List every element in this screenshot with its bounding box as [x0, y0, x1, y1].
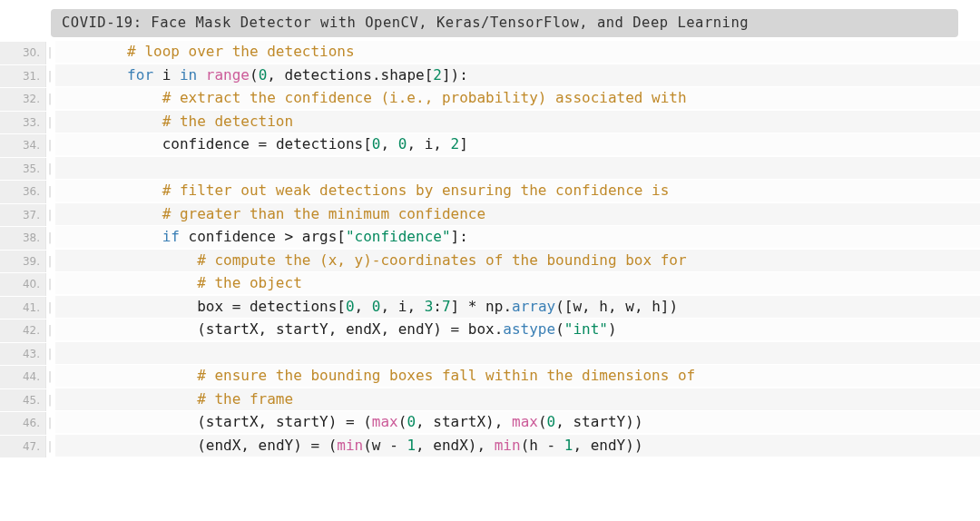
gutter-separator: |	[46, 42, 55, 64]
line-code[interactable]	[55, 157, 980, 179]
code-line[interactable]: 41.| box = detections[0, 0, i, 3:7] * np…	[0, 296, 980, 319]
code-token	[57, 66, 127, 84]
code-token: range	[206, 66, 250, 84]
code-token: ,	[380, 135, 397, 152]
line-number: 46.	[0, 412, 46, 435]
code-token: 0	[547, 413, 556, 430]
code-line[interactable]: 40.| # the object	[0, 272, 980, 296]
line-code[interactable]: confidence = detections[0, 0, i, 2]	[55, 133, 980, 155]
code-token: 0	[407, 413, 416, 430]
code-token: # the detection	[162, 113, 294, 130]
line-code[interactable]: # the frame	[55, 388, 980, 410]
line-number: 32.	[0, 88, 46, 111]
gutter-separator: |	[46, 297, 55, 319]
line-code[interactable]: # ensure the bounding boxes fall within …	[55, 365, 980, 387]
code-line[interactable]: 36.| # filter out weak detections by ens…	[0, 180, 980, 203]
code-token: ,	[416, 413, 433, 430]
code-line[interactable]: 46.| (startX, startY) = (max(0, startX),…	[0, 411, 980, 435]
code-token: [	[363, 135, 372, 152]
code-line[interactable]: 34.| confidence = detections[0, 0, i, 2]	[0, 133, 980, 157]
code-area[interactable]: 30.| # loop over the detections31.| for …	[0, 41, 980, 457]
line-code[interactable]: # loop over the detections	[55, 41, 980, 63]
line-number: 41.	[0, 297, 46, 319]
code-token: ,	[608, 298, 625, 315]
code-token	[57, 159, 66, 176]
code-line[interactable]: 33.| # the detection	[0, 111, 980, 134]
line-code[interactable]: for i in range(0, detections.shape[2]):	[55, 64, 980, 86]
code-token: ,	[416, 437, 433, 454]
code-line[interactable]: 45.| # the frame	[0, 388, 980, 412]
code-token	[57, 437, 197, 454]
code-line[interactable]: 38.| if confidence > args["confidence"]:	[0, 226, 980, 250]
code-token: [	[337, 228, 346, 245]
code-token: box	[57, 298, 232, 315]
code-token: max	[372, 413, 398, 430]
line-code[interactable]: # the object	[55, 272, 980, 294]
line-number: 40.	[0, 273, 46, 296]
code-token: startX	[206, 413, 259, 430]
code-token: startY	[276, 320, 328, 338]
code-token: 0	[398, 135, 407, 152]
line-code[interactable]: # the detection	[55, 111, 980, 133]
code-token	[57, 390, 197, 408]
code-token	[57, 205, 162, 222]
code-token: i	[153, 66, 180, 84]
code-token: min	[337, 437, 363, 454]
code-token: in	[180, 66, 197, 84]
code-token: 2	[451, 135, 460, 152]
code-token: endX	[206, 437, 241, 454]
code-token: startY	[276, 413, 328, 430]
line-code[interactable]: # compute the (x, y)-coordinates of the …	[55, 250, 980, 271]
code-token: (	[363, 437, 372, 454]
code-line[interactable]: 37.| # greater than the minimum confiden…	[0, 203, 980, 227]
line-number: 34.	[0, 134, 46, 157]
code-token: confidence	[180, 228, 285, 245]
code-token: array	[512, 298, 555, 315]
line-code[interactable]: (startX, startY) = (max(0, startX), max(…	[55, 411, 980, 433]
code-token: max	[512, 413, 538, 430]
line-code[interactable]: if confidence > args["confidence"]:	[55, 226, 980, 248]
code-line[interactable]: 31.| for i in range(0, detections.shape[…	[0, 64, 980, 88]
code-line[interactable]: 42.| (startX, startY, endX, endY) = box.…	[0, 319, 980, 342]
code-line[interactable]: 39.| # compute the (x, y)-coordinates of…	[0, 250, 980, 273]
code-token: ,	[407, 135, 424, 152]
line-code[interactable]: # extract the confidence (i.e., probabil…	[55, 87, 980, 109]
code-token: ])	[661, 298, 678, 315]
code-token: # greater than the minimum confidence	[162, 205, 485, 222]
code-token: min	[495, 437, 521, 454]
code-line[interactable]: 32.| # extract the confidence (i.e., pro…	[0, 87, 980, 111]
code-token: (	[521, 437, 530, 454]
code-token: (	[398, 413, 407, 430]
code-line[interactable]: 30.| # loop over the detections	[0, 41, 980, 64]
code-token	[57, 182, 162, 199]
code-token	[57, 251, 197, 269]
code-line[interactable]: 44.| # ensure the bounding boxes fall wi…	[0, 365, 980, 388]
code-token: ,	[634, 298, 652, 315]
code-token: ]):	[442, 66, 468, 84]
line-number: 36.	[0, 181, 46, 203]
line-code[interactable]: (startX, startY, endX, endY) = box.astyp…	[55, 319, 980, 340]
code-token	[57, 344, 66, 361]
line-code[interactable]: (endX, endY) = (min(w - 1, endX), min(h …	[55, 435, 980, 457]
code-line[interactable]: 35.|	[0, 157, 980, 181]
line-code[interactable]: # greater than the minimum confidence	[55, 203, 980, 225]
code-token: ,	[380, 298, 397, 315]
line-code[interactable]	[55, 342, 980, 364]
code-token: startX	[206, 320, 259, 338]
code-token: ,	[380, 320, 397, 338]
line-code[interactable]: box = detections[0, 0, i, 3:7] * np.arra…	[55, 296, 980, 318]
code-token: 7	[442, 298, 451, 315]
gutter-separator: |	[46, 389, 55, 412]
code-token: w	[573, 298, 582, 315]
code-line[interactable]: 47.| (endX, endY) = (min(w - 1, endX), m…	[0, 435, 980, 458]
code-token: ,	[555, 413, 573, 430]
code-token: # the object	[197, 274, 302, 291]
code-token: (	[197, 413, 206, 430]
code-token: ))	[625, 437, 642, 454]
code-token: ),	[468, 437, 495, 454]
line-code[interactable]: # filter out weak detections by ensuring…	[55, 180, 980, 202]
code-token: startX	[433, 413, 485, 430]
code-token: w	[625, 298, 634, 315]
gutter-separator: |	[46, 227, 55, 250]
code-line[interactable]: 43.|	[0, 342, 980, 366]
